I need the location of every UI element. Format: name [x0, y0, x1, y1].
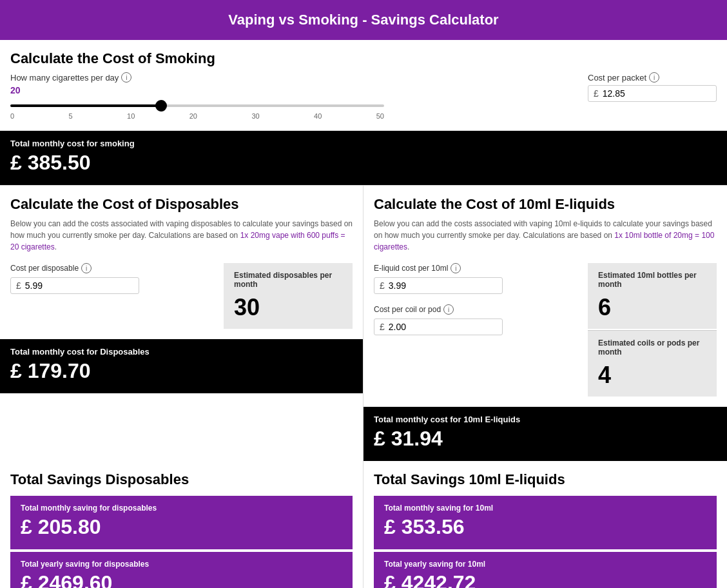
eliquids-total-label: Total monthly cost for 10ml E-liquids — [374, 415, 717, 424]
disposables-savings-title: Total Savings Disposables — [10, 471, 353, 488]
disposables-total-label: Total monthly cost for Disposables — [10, 347, 353, 357]
cost-per-packet-symbol: £ — [594, 88, 599, 99]
eliquids-coils-box: Estimated coils or pods per month 4 — [588, 330, 717, 397]
disposables-title: Calculate the Cost of Disposables — [10, 196, 353, 218]
disposables-savings-column: Total Savings Disposables Total monthly … — [0, 461, 363, 588]
eliquids-bottles-value: 6 — [598, 294, 706, 321]
cigarettes-value: 20 — [10, 85, 536, 95]
page-header: Vaping vs Smoking - Savings Calculator — [0, 0, 727, 40]
disposables-cost-wrapper: £ — [10, 277, 139, 294]
eliquids-fields-row: E-liquid cost per 10ml i £ Cost per coil… — [374, 263, 717, 397]
disposables-cost-info-icon[interactable]: i — [81, 263, 92, 273]
eliquids-monthly-value: £ 353.56 — [384, 515, 706, 539]
cigarettes-slider-container: 051020304050 — [10, 98, 384, 120]
eliquids-highlight: 1x 10ml bottle of 20mg = 100 cigarettes — [374, 231, 714, 251]
smoking-total-box: Total monthly cost for smoking £ 385.50 — [0, 131, 727, 185]
disposables-yearly-savings-box: Total yearly saving for disposables £ 24… — [10, 552, 353, 588]
disposables-estimated-label: Estimated disposables per month — [234, 271, 342, 289]
disposables-desc: Below you can add the costs associated w… — [10, 218, 353, 253]
disposables-cost-symbol: £ — [16, 280, 21, 291]
eliquids-total-box: Total monthly cost for 10ml E-liquids £ … — [363, 407, 727, 461]
disposables-yearly-label: Total yearly saving for disposables — [21, 560, 342, 569]
eliquid-cost-label: E-liquid cost per 10ml i — [374, 263, 580, 273]
smoking-total-label: Total monthly cost for smoking — [10, 139, 717, 148]
disposables-fields-area: Cost per disposable i £ — [10, 263, 224, 329]
coil-cost-input[interactable] — [389, 322, 497, 332]
disposables-highlight: 1x 20mg vape with 600 puffs = 20 cigaret… — [10, 231, 345, 251]
eliquids-bottles-box: Estimated 10ml bottles per month 6 — [588, 263, 717, 329]
disposables-monthly-label: Total monthly saving for disposables — [21, 504, 342, 513]
eliquids-coils-label: Estimated coils or pods per month — [598, 338, 706, 357]
disposables-column: Calculate the Cost of Disposables Below … — [0, 186, 363, 461]
cigarettes-slider[interactable] — [10, 104, 384, 107]
eliquids-desc: Below you can add the costs associated w… — [374, 218, 717, 253]
coil-cost-label: Cost per coil or pod i — [374, 304, 580, 315]
header-title: Vaping vs Smoking - Savings Calculator — [228, 12, 498, 28]
coil-cost-symbol: £ — [380, 322, 385, 332]
eliquids-yearly-value: £ 4242.72 — [384, 571, 706, 588]
eliquids-title: Calculate the Cost of 10ml E-liquids — [374, 196, 717, 218]
coil-cost-info-icon[interactable]: i — [443, 304, 454, 315]
eliquids-estimated-area: Estimated 10ml bottles per month 6 Estim… — [588, 263, 717, 397]
eliquid-cost-info-icon[interactable]: i — [451, 263, 461, 273]
eliquids-monthly-label: Total monthly saving for 10ml — [384, 504, 706, 513]
smoking-total-value: £ 385.50 — [10, 151, 717, 175]
eliquids-savings-column: Total Savings 10ml E-liquids Total month… — [363, 461, 727, 588]
cost-per-packet-input[interactable] — [603, 88, 711, 99]
smoking-section-title: Calculate the Cost of Smoking — [0, 40, 727, 72]
eliquids-yearly-savings-box: Total yearly saving for 10ml £ 4242.72 — [374, 552, 717, 588]
eliquids-bottles-label: Estimated 10ml bottles per month — [598, 271, 706, 289]
eliquid-cost-symbol: £ — [380, 280, 385, 291]
eliquids-yearly-label: Total yearly saving for 10ml — [384, 560, 706, 569]
disposables-cost-label: Cost per disposable i — [10, 263, 216, 273]
disposables-monthly-value: £ 205.80 — [21, 515, 342, 539]
disposables-total-value: £ 179.70 — [10, 359, 353, 383]
two-col-section: Calculate the Cost of Disposables Below … — [0, 185, 727, 461]
disposables-monthly-savings-box: Total monthly saving for disposables £ 2… — [10, 496, 353, 549]
slider-labels: 051020304050 — [10, 112, 384, 120]
smoking-section: Calculate the Cost of Smoking How many c… — [0, 40, 727, 185]
eliquids-total-value: £ 31.94 — [374, 427, 717, 451]
cigarettes-info-icon[interactable]: i — [121, 72, 131, 83]
cost-per-packet-wrapper: £ — [588, 85, 717, 102]
eliquids-monthly-savings-box: Total monthly saving for 10ml £ 353.56 — [374, 496, 717, 549]
disposables-estimated-value: 30 — [234, 294, 342, 321]
eliquids-savings-title: Total Savings 10ml E-liquids — [374, 471, 717, 488]
disposables-yearly-value: £ 2469.60 — [21, 571, 342, 588]
eliquids-left-fields: E-liquid cost per 10ml i £ Cost per coil… — [374, 263, 580, 397]
total-savings-section: Total Savings Disposables Total monthly … — [0, 461, 727, 588]
cost-per-packet-label: Cost per packet i — [588, 72, 717, 83]
disposables-total-box: Total monthly cost for Disposables £ 179… — [0, 339, 363, 393]
coil-cost-wrapper: £ — [374, 318, 503, 335]
cost-per-packet-info-icon[interactable]: i — [649, 72, 659, 83]
disposables-cost-input[interactable] — [25, 280, 133, 291]
disposables-fields: Cost per disposable i £ Estimated dispos… — [10, 263, 353, 329]
eliquids-coils-value: 4 — [598, 362, 706, 389]
eliquid-cost-input[interactable] — [389, 280, 497, 291]
cigarettes-label: How many cigarettes per day i — [10, 72, 536, 83]
eliquid-cost-wrapper: £ — [374, 277, 503, 294]
disposables-estimated-box: Estimated disposables per month 30 — [224, 263, 353, 329]
eliquids-column: Calculate the Cost of 10ml E-liquids Bel… — [363, 186, 727, 461]
